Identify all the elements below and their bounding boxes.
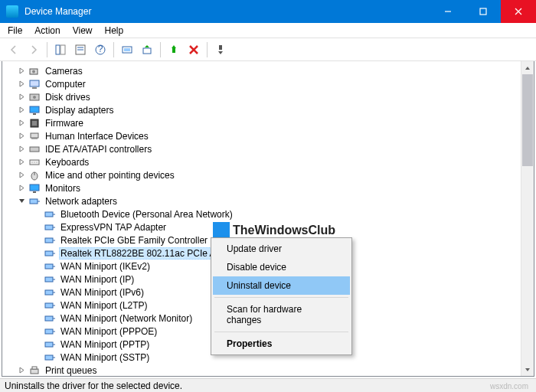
disk-icon — [28, 91, 41, 103]
mouse-icon — [28, 169, 41, 181]
minimize-button[interactable] — [430, 0, 466, 23]
svg-point-33 — [34, 162, 35, 162]
scroll-thumb[interactable] — [522, 74, 533, 166]
menu-file[interactable]: File — [2, 24, 28, 38]
menu-action[interactable]: Action — [28, 24, 66, 38]
app-icon — [6, 5, 18, 18]
svg-rect-53 — [45, 290, 53, 295]
enable-button[interactable] — [165, 41, 183, 59]
display-icon — [28, 104, 41, 116]
update-driver-button[interactable] — [138, 41, 156, 59]
tree-item-firmware[interactable]: Firmware — [2, 116, 534, 129]
svg-rect-12 — [124, 48, 130, 51]
tree-item-computer[interactable]: Computer — [2, 77, 534, 90]
svg-rect-13 — [143, 48, 151, 54]
firmware-icon — [28, 117, 41, 129]
adapter-icon — [44, 338, 56, 351]
menu-view[interactable]: View — [67, 24, 99, 38]
vertical-scrollbar[interactable] — [521, 61, 534, 376]
site-watermark: wsxdn.com — [490, 382, 528, 390]
svg-rect-27 — [32, 121, 37, 126]
forward-button[interactable] — [25, 41, 43, 59]
tree-item-monitors[interactable]: Monitors — [2, 181, 534, 194]
svg-rect-51 — [45, 277, 53, 282]
context-menu: Update driver Disable device Uninstall d… — [211, 237, 352, 355]
svg-rect-49 — [45, 264, 53, 269]
adapter-icon — [44, 325, 56, 338]
tree-item-keyboards[interactable]: Keyboards — [2, 155, 534, 168]
svg-rect-21 — [32, 87, 37, 89]
computer-icon — [28, 78, 41, 90]
svg-point-32 — [32, 162, 33, 162]
svg-rect-38 — [33, 191, 36, 193]
adapter-icon — [44, 312, 56, 325]
menu-help[interactable]: Help — [99, 24, 130, 38]
adapter-icon — [44, 208, 56, 220]
titlebar: Device Manager — [0, 0, 536, 23]
context-update-driver[interactable]: Update driver — [213, 240, 350, 258]
svg-point-34 — [37, 162, 38, 162]
toolbar-separator — [47, 42, 47, 57]
svg-rect-5 — [60, 45, 65, 54]
uninstall-button[interactable] — [185, 41, 203, 59]
svg-rect-17 — [219, 45, 222, 50]
context-disable-device[interactable]: Disable device — [213, 258, 350, 276]
tree-item-hid[interactable]: Human Interface Devices — [2, 129, 534, 142]
network-icon — [28, 195, 41, 207]
help-button[interactable]: ? — [91, 41, 109, 59]
close-button[interactable] — [501, 0, 536, 23]
adapter-icon — [44, 260, 56, 273]
printer-icon — [28, 364, 41, 377]
tree-item-network[interactable]: Network adapters — [2, 194, 534, 207]
svg-rect-59 — [45, 329, 53, 334]
toolbar-separator — [160, 42, 161, 57]
tree-item-cameras[interactable]: Cameras — [2, 64, 534, 77]
status-text: Uninstalls the driver for the selected d… — [5, 381, 182, 391]
tree-item-evpn[interactable]: ExpressVPN TAP Adapter — [2, 220, 534, 234]
scroll-up-arrow[interactable] — [521, 61, 534, 74]
svg-point-19 — [32, 70, 35, 73]
tree-item-bt[interactable]: Bluetooth Device (Personal Area Network) — [2, 207, 534, 220]
adapter-icon — [44, 221, 56, 234]
tree-item-print[interactable]: Print queues — [2, 364, 534, 377]
adapter-icon — [44, 247, 56, 260]
disable-button[interactable] — [211, 41, 230, 59]
scroll-down-arrow[interactable] — [521, 363, 534, 376]
adapter-icon — [44, 299, 56, 312]
maximize-button[interactable] — [466, 0, 501, 23]
context-uninstall-device[interactable]: Uninstall device — [213, 276, 350, 295]
svg-rect-55 — [45, 303, 53, 308]
svg-rect-43 — [45, 225, 53, 230]
tree-item-mice[interactable]: Mice and other pointing devices — [2, 168, 534, 181]
tree-item-display[interactable]: Display adapters — [2, 103, 534, 116]
toolbar-separator — [113, 42, 114, 57]
adapter-icon — [44, 286, 56, 299]
svg-text:?: ? — [98, 44, 103, 54]
svg-rect-66 — [32, 367, 37, 369]
properties-button[interactable] — [71, 41, 90, 59]
svg-point-23 — [33, 96, 36, 99]
svg-rect-20 — [30, 80, 39, 87]
tree-item-disk[interactable]: Disk drives — [2, 90, 534, 103]
menubar: File Action View Help — [0, 23, 536, 38]
svg-rect-28 — [31, 133, 38, 138]
svg-rect-14 — [172, 48, 175, 53]
context-properties[interactable]: Properties — [213, 335, 350, 353]
keyboard-icon — [28, 156, 41, 168]
back-button[interactable] — [5, 41, 23, 59]
svg-rect-30 — [30, 147, 39, 152]
window-title: Device Manager — [25, 6, 430, 17]
svg-rect-45 — [45, 238, 53, 243]
toolbar: ? — [0, 38, 536, 61]
context-scan-hardware[interactable]: Scan for hardware changes — [213, 300, 350, 329]
svg-rect-63 — [45, 355, 53, 360]
camera-icon — [28, 65, 41, 77]
svg-rect-47 — [45, 251, 53, 256]
scan-hardware-button[interactable] — [118, 41, 136, 59]
hid-icon — [28, 130, 41, 142]
monitor-icon — [28, 182, 41, 194]
svg-rect-39 — [30, 199, 38, 204]
tree-item-ide[interactable]: IDE ATA/ATAPI controllers — [2, 142, 534, 155]
show-hide-tree-button[interactable] — [51, 41, 70, 59]
svg-rect-65 — [31, 369, 38, 374]
